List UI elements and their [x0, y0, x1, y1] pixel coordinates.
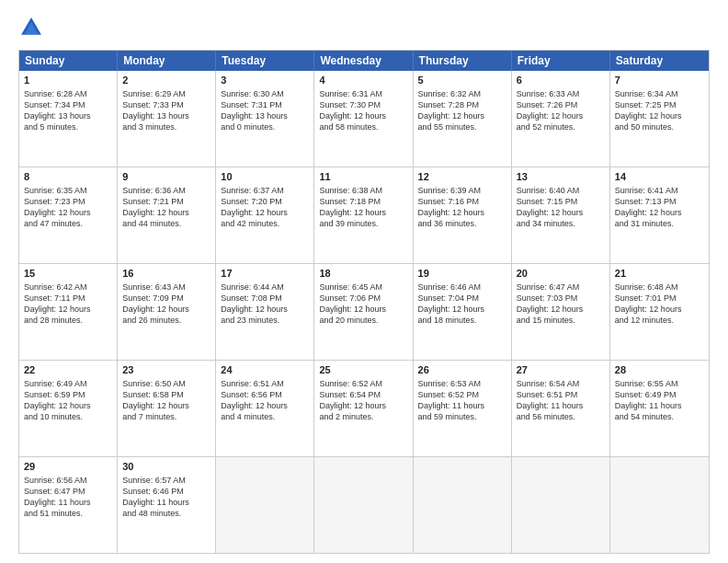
cell-info: Sunrise: 6:38 AMSunset: 7:18 PMDaylight:… [319, 185, 407, 230]
day-number: 8 [24, 170, 112, 184]
day-number: 4 [319, 74, 407, 87]
day-number: 18 [319, 267, 407, 281]
day-number: 13 [517, 170, 605, 184]
day-cell-3: 3Sunrise: 6:30 AMSunset: 7:31 PMDaylight… [216, 71, 314, 167]
day-cell-9: 9Sunrise: 6:36 AMSunset: 7:21 PMDaylight… [118, 167, 216, 263]
day-number: 11 [319, 170, 407, 184]
day-number: 6 [517, 74, 605, 87]
day-cell-28: 28Sunrise: 6:55 AMSunset: 6:49 PMDayligh… [610, 361, 709, 456]
day-number: 9 [122, 170, 210, 184]
header-day-wednesday: Wednesday [314, 51, 413, 71]
cell-info: Sunrise: 6:42 AMSunset: 7:11 PMDaylight:… [24, 282, 112, 327]
calendar-body: 1Sunrise: 6:28 AMSunset: 7:34 PMDaylight… [19, 71, 709, 553]
day-cell-13: 13Sunrise: 6:40 AMSunset: 7:15 PMDayligh… [512, 167, 610, 263]
cell-info: Sunrise: 6:33 AMSunset: 7:26 PMDaylight:… [517, 88, 605, 133]
day-cell-6: 6Sunrise: 6:33 AMSunset: 7:26 PMDaylight… [512, 71, 610, 167]
cell-info: Sunrise: 6:36 AMSunset: 7:21 PMDaylight:… [122, 185, 210, 230]
cell-info: Sunrise: 6:44 AMSunset: 7:08 PMDaylight:… [221, 282, 309, 327]
logo [18, 15, 48, 40]
day-cell-5: 5Sunrise: 6:32 AMSunset: 7:28 PMDaylight… [414, 71, 512, 167]
day-number: 16 [122, 267, 210, 281]
day-number: 29 [24, 460, 112, 474]
day-cell-23: 23Sunrise: 6:50 AMSunset: 6:58 PMDayligh… [118, 361, 216, 456]
cell-info: Sunrise: 6:53 AMSunset: 6:52 PMDaylight:… [418, 378, 506, 423]
cell-info: Sunrise: 6:34 AMSunset: 7:25 PMDaylight:… [615, 88, 704, 133]
day-cell-27: 27Sunrise: 6:54 AMSunset: 6:51 PMDayligh… [512, 361, 610, 456]
day-number: 17 [221, 267, 309, 281]
cell-info: Sunrise: 6:41 AMSunset: 7:13 PMDaylight:… [615, 185, 704, 230]
header-day-friday: Friday [512, 51, 610, 71]
day-number: 25 [319, 363, 407, 377]
empty-cell [314, 457, 413, 553]
day-number: 22 [24, 363, 112, 377]
cell-info: Sunrise: 6:31 AMSunset: 7:30 PMDaylight:… [319, 88, 407, 133]
day-cell-4: 4Sunrise: 6:31 AMSunset: 7:30 PMDaylight… [314, 71, 413, 167]
day-cell-16: 16Sunrise: 6:43 AMSunset: 7:09 PMDayligh… [118, 264, 216, 360]
day-number: 3 [221, 74, 309, 87]
empty-cell [610, 457, 709, 553]
calendar-row-3: 15Sunrise: 6:42 AMSunset: 7:11 PMDayligh… [19, 263, 709, 360]
day-number: 1 [24, 74, 112, 87]
day-number: 21 [615, 267, 704, 281]
cell-info: Sunrise: 6:54 AMSunset: 6:51 PMDaylight:… [517, 378, 605, 423]
calendar-row-1: 1Sunrise: 6:28 AMSunset: 7:34 PMDaylight… [19, 71, 709, 167]
day-cell-21: 21Sunrise: 6:48 AMSunset: 7:01 PMDayligh… [610, 264, 709, 360]
day-cell-19: 19Sunrise: 6:46 AMSunset: 7:04 PMDayligh… [414, 264, 512, 360]
day-cell-18: 18Sunrise: 6:45 AMSunset: 7:06 PMDayligh… [314, 264, 413, 360]
header-day-monday: Monday [118, 51, 216, 71]
day-cell-30: 30Sunrise: 6:57 AMSunset: 6:46 PMDayligh… [118, 457, 216, 553]
calendar-row-4: 22Sunrise: 6:49 AMSunset: 6:59 PMDayligh… [19, 360, 709, 456]
day-number: 2 [122, 74, 210, 87]
day-cell-8: 8Sunrise: 6:35 AMSunset: 7:23 PMDaylight… [19, 167, 118, 263]
day-number: 15 [24, 267, 112, 281]
day-cell-22: 22Sunrise: 6:49 AMSunset: 6:59 PMDayligh… [19, 361, 118, 456]
header [18, 15, 710, 40]
day-cell-15: 15Sunrise: 6:42 AMSunset: 7:11 PMDayligh… [19, 264, 118, 360]
cell-info: Sunrise: 6:30 AMSunset: 7:31 PMDaylight:… [221, 88, 309, 133]
cell-info: Sunrise: 6:57 AMSunset: 6:46 PMDaylight:… [122, 475, 210, 520]
cell-info: Sunrise: 6:43 AMSunset: 7:09 PMDaylight:… [122, 282, 210, 327]
header-day-saturday: Saturday [610, 51, 709, 71]
day-cell-26: 26Sunrise: 6:53 AMSunset: 6:52 PMDayligh… [414, 361, 512, 456]
cell-info: Sunrise: 6:47 AMSunset: 7:03 PMDaylight:… [517, 282, 605, 327]
cell-info: Sunrise: 6:48 AMSunset: 7:01 PMDaylight:… [615, 282, 704, 327]
empty-cell [414, 457, 512, 553]
cell-info: Sunrise: 6:55 AMSunset: 6:49 PMDaylight:… [615, 378, 704, 423]
day-number: 23 [122, 363, 210, 377]
cell-info: Sunrise: 6:45 AMSunset: 7:06 PMDaylight:… [319, 282, 407, 327]
day-cell-7: 7Sunrise: 6:34 AMSunset: 7:25 PMDaylight… [610, 71, 709, 167]
day-cell-17: 17Sunrise: 6:44 AMSunset: 7:08 PMDayligh… [216, 264, 314, 360]
day-cell-10: 10Sunrise: 6:37 AMSunset: 7:20 PMDayligh… [216, 167, 314, 263]
cell-info: Sunrise: 6:29 AMSunset: 7:33 PMDaylight:… [122, 88, 210, 133]
day-cell-25: 25Sunrise: 6:52 AMSunset: 6:54 PMDayligh… [314, 361, 413, 456]
day-number: 19 [418, 267, 506, 281]
day-number: 20 [517, 267, 605, 281]
cell-info: Sunrise: 6:49 AMSunset: 6:59 PMDaylight:… [24, 378, 112, 423]
day-number: 26 [418, 363, 506, 377]
day-number: 24 [221, 363, 309, 377]
cell-info: Sunrise: 6:46 AMSunset: 7:04 PMDaylight:… [418, 282, 506, 327]
day-cell-24: 24Sunrise: 6:51 AMSunset: 6:56 PMDayligh… [216, 361, 314, 456]
header-day-tuesday: Tuesday [216, 51, 314, 71]
cell-info: Sunrise: 6:32 AMSunset: 7:28 PMDaylight:… [418, 88, 506, 133]
day-number: 14 [615, 170, 704, 184]
cell-info: Sunrise: 6:40 AMSunset: 7:15 PMDaylight:… [517, 185, 605, 230]
day-number: 7 [615, 74, 704, 87]
cell-info: Sunrise: 6:28 AMSunset: 7:34 PMDaylight:… [24, 88, 112, 133]
day-number: 28 [615, 363, 704, 377]
empty-cell [512, 457, 610, 553]
logo-icon [18, 15, 44, 40]
day-cell-20: 20Sunrise: 6:47 AMSunset: 7:03 PMDayligh… [512, 264, 610, 360]
day-number: 30 [122, 460, 210, 474]
calendar-row-5: 29Sunrise: 6:56 AMSunset: 6:47 PMDayligh… [19, 456, 709, 553]
cell-info: Sunrise: 6:51 AMSunset: 6:56 PMDaylight:… [221, 378, 309, 423]
day-number: 12 [418, 170, 506, 184]
day-number: 5 [418, 74, 506, 87]
empty-cell [216, 457, 314, 553]
page: SundayMondayTuesdayWednesdayThursdayFrid… [0, 0, 728, 563]
calendar: SundayMondayTuesdayWednesdayThursdayFrid… [18, 50, 710, 554]
calendar-row-2: 8Sunrise: 6:35 AMSunset: 7:23 PMDaylight… [19, 167, 709, 263]
day-cell-14: 14Sunrise: 6:41 AMSunset: 7:13 PMDayligh… [610, 167, 709, 263]
day-cell-29: 29Sunrise: 6:56 AMSunset: 6:47 PMDayligh… [19, 457, 118, 553]
header-day-thursday: Thursday [414, 51, 512, 71]
